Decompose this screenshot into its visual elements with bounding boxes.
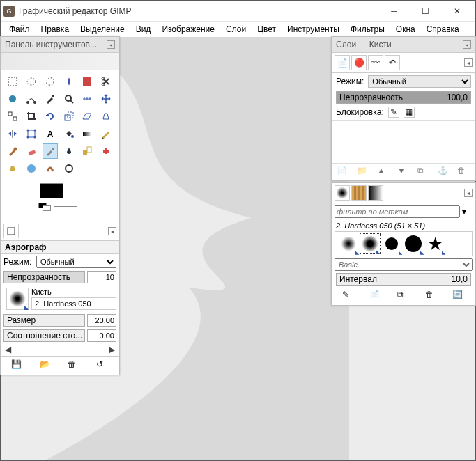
tool-rotate[interactable] (43, 109, 58, 124)
layer-group-icon[interactable]: 📁 (357, 166, 369, 178)
brush-item[interactable]: ★ (424, 233, 445, 254)
layers-collapse-icon[interactable]: ◂ (463, 40, 471, 49)
tool-heal[interactable] (98, 143, 114, 159)
tool-ink[interactable] (61, 143, 77, 159)
duplicate-layer-icon[interactable]: ⧉ (417, 166, 430, 178)
undo-tab-icon[interactable]: ↶ (385, 55, 400, 70)
tool-smudge[interactable] (43, 161, 58, 176)
brush-swatch-icon[interactable] (335, 185, 350, 201)
menu-file[interactable]: Файл (5, 23, 34, 36)
anchor-layer-icon[interactable]: ⚓ (438, 166, 450, 178)
size-slider[interactable]: Размер (3, 314, 85, 327)
interval-slider[interactable]: Интервал 10,0 (336, 273, 471, 286)
gradient-swatch-icon[interactable] (368, 185, 383, 201)
edit-brush-icon[interactable]: ✎ (342, 290, 355, 302)
tool-shear[interactable] (79, 109, 95, 124)
mode-select[interactable]: Обычный (36, 256, 116, 268)
tool-ellipse-select[interactable] (24, 74, 39, 89)
layer-list[interactable] (332, 120, 475, 164)
tool-rect-select[interactable] (5, 74, 20, 89)
menu-tools[interactable]: Инструменты (283, 23, 344, 36)
layers-tab-icon[interactable]: 📄 (335, 55, 350, 70)
size-value[interactable]: 20,00 (87, 314, 116, 327)
tool-options-menu-icon[interactable]: ◂ (108, 227, 116, 235)
close-button[interactable]: ✕ (441, 1, 473, 21)
tool-align[interactable] (5, 109, 20, 124)
tool-scale[interactable] (61, 109, 77, 124)
raise-layer-icon[interactable]: ▲ (377, 166, 390, 178)
duplicate-brush-icon[interactable]: ⧉ (397, 290, 410, 302)
menu-select[interactable]: Выделение (76, 23, 129, 36)
tool-bucket-fill[interactable] (61, 126, 77, 141)
save-preset-icon[interactable]: 💾 (11, 359, 24, 372)
foreground-color[interactable] (40, 183, 63, 198)
tool-perspective-clone[interactable] (5, 161, 20, 176)
tool-eraser[interactable] (24, 143, 39, 159)
menu-help[interactable]: Справка (422, 23, 463, 36)
brush-category-select[interactable]: Basic. (335, 258, 473, 271)
tool-flip[interactable] (5, 126, 20, 141)
tool-crop[interactable] (24, 109, 39, 124)
lock-alpha-icon[interactable]: ▦ (404, 107, 415, 118)
brush-name-field[interactable]: 2. Hardness 050 (31, 297, 116, 310)
brush-item[interactable] (403, 233, 424, 254)
tool-scissors[interactable] (98, 74, 114, 89)
aspect-value[interactable]: 0,00 (87, 329, 116, 342)
lock-pixels-icon[interactable]: ✎ (388, 107, 399, 118)
tool-measure[interactable] (79, 91, 95, 107)
new-layer-icon[interactable]: 📄 (337, 166, 349, 178)
tool-paintbrush[interactable] (5, 143, 20, 159)
tool-by-color-select[interactable] (79, 74, 95, 89)
layer-mode-select[interactable]: Обычный (368, 75, 471, 88)
delete-layer-icon[interactable]: 🗑 (457, 166, 470, 178)
paths-tab-icon[interactable]: 〰 (368, 55, 383, 70)
brush-item[interactable] (381, 233, 402, 254)
brush-item[interactable] (338, 233, 359, 254)
tool-dodge[interactable] (61, 161, 77, 176)
tool-perspective[interactable] (98, 109, 114, 124)
menu-view[interactable]: Вид (132, 23, 155, 36)
opacity-slider[interactable]: Непрозрачность (3, 271, 85, 283)
tool-fuzzy-select[interactable] (61, 74, 77, 89)
tool-airbrush[interactable] (43, 143, 58, 159)
tool-blend[interactable] (79, 126, 95, 141)
tool-cage[interactable] (24, 126, 39, 141)
lower-layer-icon[interactable]: ▼ (397, 166, 410, 178)
minimize-button[interactable]: ─ (378, 1, 410, 21)
scroll-right-icon[interactable]: ▶ (109, 345, 115, 354)
load-preset-icon[interactable]: 📂 (40, 359, 52, 372)
menu-filters[interactable]: Фильтры (346, 23, 389, 36)
toolbox-header[interactable]: Панель инструментов... ◂ (1, 37, 119, 53)
layers-tab-menu-icon[interactable]: ◂ (464, 58, 473, 67)
new-brush-icon[interactable]: 📄 (369, 290, 382, 302)
aspect-slider[interactable]: Соотношение сто... (3, 329, 85, 342)
opacity-value[interactable]: 10 (87, 271, 116, 283)
tool-options-tab[interactable] (3, 224, 19, 239)
swatch-reset-icon-bg[interactable] (43, 205, 51, 211)
pattern-swatch-icon[interactable] (351, 185, 367, 201)
tool-text[interactable]: A (43, 126, 58, 141)
brushes-tab-menu-icon[interactable]: ◂ (464, 189, 473, 197)
menu-edit[interactable]: Правка (37, 23, 74, 36)
channels-tab-icon[interactable]: 🔴 (351, 55, 367, 70)
menu-windows[interactable]: Окна (392, 23, 420, 36)
delete-preset-icon[interactable]: 🗑 (68, 359, 80, 372)
filter-dropdown-icon[interactable]: ▾ (462, 207, 466, 217)
brush-filter-input[interactable] (335, 205, 460, 218)
tool-color-picker[interactable] (43, 91, 58, 107)
layer-opacity-slider[interactable]: Непрозрачность 100,0 (336, 91, 471, 104)
tool-blur[interactable] (24, 161, 39, 176)
maximize-button[interactable]: ☐ (410, 1, 441, 21)
brush-preview[interactable] (6, 288, 29, 310)
reset-preset-icon[interactable]: ↺ (96, 359, 109, 372)
tool-zoom[interactable] (61, 91, 77, 107)
tool-foreground-select[interactable] (5, 91, 20, 107)
scroll-left-icon[interactable]: ◀ (5, 345, 11, 354)
tool-pencil[interactable] (98, 126, 114, 141)
tool-free-select[interactable] (43, 74, 58, 89)
refresh-brushes-icon[interactable]: 🔄 (452, 290, 465, 302)
menu-layer[interactable]: Слой (222, 23, 250, 36)
menu-color[interactable]: Цвет (253, 23, 280, 36)
brush-item[interactable] (360, 233, 381, 254)
delete-brush-icon[interactable]: 🗑 (425, 290, 438, 302)
